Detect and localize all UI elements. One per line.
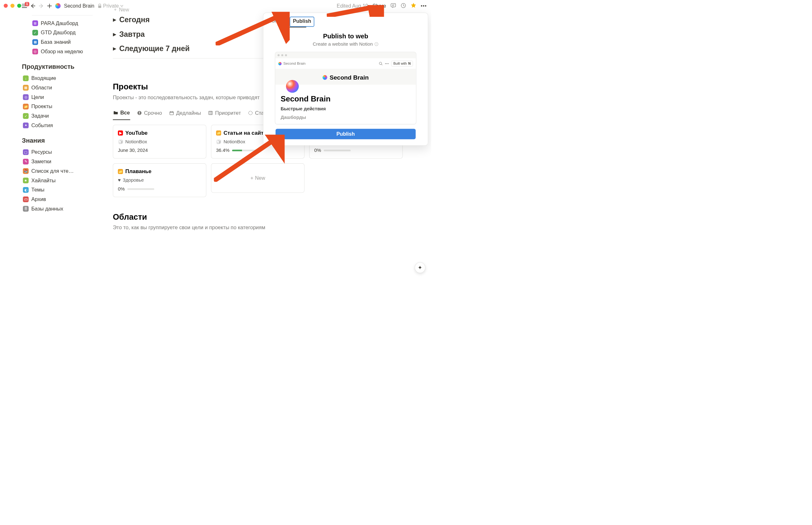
tab-icon [113, 110, 118, 115]
sidebar-item-icon: ◐ [23, 187, 29, 193]
view-tab[interactable]: Дедлайны [169, 108, 202, 120]
popover-subtitle: Create a website with Notion ? [313, 42, 379, 47]
svg-rect-0 [98, 6, 102, 8]
sidebar-item[interactable]: ★ Хайлайты [22, 176, 94, 185]
sidebar-item-icon: ▢ [23, 149, 29, 155]
sidebar-item-label: Входящие [31, 75, 56, 81]
new-label: New [119, 7, 129, 12]
sidebar-item-icon: ✓ [23, 113, 29, 119]
sidebar-item-label: События [31, 122, 53, 129]
view-tab[interactable]: Срочно [137, 108, 162, 120]
tab-label: Дедлайны [176, 110, 201, 116]
new-tab-button[interactable] [47, 3, 52, 8]
view-tab[interactable]: Все [113, 107, 130, 120]
sidebar-item-icon: ✦ [23, 123, 29, 129]
sidebar-item[interactable]: ◎ Цели [22, 93, 94, 102]
sidebar-heading-knowledge: Знания [22, 137, 94, 144]
search-icon [379, 62, 383, 65]
project-card[interactable]: 📁 Плаванье ♥Здоровье 0% [113, 163, 206, 197]
publish-preview: Second Brain Built withN Second Brain Se… [275, 52, 416, 124]
svg-point-16 [386, 63, 387, 64]
sidebar-item-icon: ◎ [32, 48, 38, 54]
sidebar-item[interactable]: ◐ Темы [22, 185, 94, 195]
sidebar-item[interactable]: 📁 Проекты [22, 102, 94, 111]
notification-badge: 1 [25, 2, 29, 6]
sidebar-item-label: Проекты [31, 104, 52, 110]
card-title: YouTube [125, 130, 147, 136]
sidebar-item[interactable]: ✓ Задачи [22, 111, 94, 121]
project-card[interactable]: ▶ YouTube 🧊NotionBox June 30, 2024 [113, 124, 206, 159]
card-progress-pct: 0% [314, 148, 321, 153]
sidebar-item[interactable]: ▦ Области [22, 83, 94, 93]
sidebar-item-icon: ✎ [23, 159, 29, 165]
tab-label: Все [120, 110, 130, 116]
card-area: NotionBox [125, 139, 147, 145]
sidebar-toggle-button[interactable]: 1 [22, 4, 27, 8]
sidebar-item-label: Заметки [31, 159, 51, 165]
card-area: Здоровье [123, 178, 144, 183]
back-button[interactable] [30, 3, 35, 9]
svg-text:?: ? [376, 43, 378, 46]
sidebar-item[interactable]: ▦ База знаний [31, 38, 94, 47]
new-item-ghost[interactable]: + New [113, 7, 431, 12]
card-icon: 📁 [118, 169, 123, 174]
sidebar-item-label: База знаний [41, 39, 71, 45]
sidebar-item[interactable]: 📚 Список для чте… [22, 166, 94, 176]
sidebar-item-label: Цели [31, 94, 44, 100]
card-area: NotionBox [224, 139, 246, 145]
sidebar-item[interactable]: ▢ Ресурсы [22, 147, 94, 157]
ai-fab-button[interactable]: ✦ [415, 262, 425, 273]
svg-point-11 [249, 111, 252, 115]
sidebar-item-label: Задачи [31, 113, 49, 119]
sidebar-item-icon: ▦ [32, 39, 38, 45]
forward-button[interactable] [39, 3, 44, 9]
publish-button[interactable]: Publish [276, 129, 416, 139]
share-popover: Share Publish Publish to web Create a we… [263, 13, 428, 146]
sidebar-item-label: Ресурсы [31, 149, 52, 155]
breadcrumb[interactable]: Second Brain [64, 3, 94, 9]
sidebar-item[interactable]: ◎ Обзор на неделю [31, 47, 94, 57]
popover-tab-publish[interactable]: Publish [290, 17, 314, 27]
view-tab[interactable]: Приоритет [208, 108, 241, 120]
card-icon: 📁 [216, 130, 221, 135]
toggle-triangle-icon: ▶ [113, 32, 116, 37]
sidebar-item-icon: 🗄 [23, 206, 29, 211]
toggle-label: Сегодня [119, 16, 150, 24]
card-date: June 30, 2024 [118, 148, 202, 153]
card-progress-bar [128, 188, 154, 190]
sidebar-item-label: Темы [31, 187, 44, 193]
card-progress-bar [232, 150, 259, 151]
sidebar-item-label: Обзор на неделю [41, 48, 83, 55]
sidebar-item[interactable]: 🗃 Архив [22, 195, 94, 204]
sidebar-item-label: PARA Дашборд [41, 20, 78, 26]
sidebar-item[interactable]: ✓ GTD Дашборд [31, 28, 94, 38]
sidebar-item[interactable]: ⊞ PARA Дашборд [31, 18, 94, 28]
sidebar-item-label: Список для чте… [31, 168, 74, 174]
tab-label: Приоритет [215, 110, 241, 116]
sidebar-item-icon: ★ [23, 178, 29, 183]
card-progress-pct: 36.4% [216, 148, 229, 153]
tab-icon [137, 110, 142, 116]
sidebar-item-icon: ✓ [32, 30, 38, 35]
sidebar-item-label: Области [31, 85, 52, 91]
help-icon[interactable]: ? [374, 42, 379, 46]
card-progress-pct: 0% [118, 186, 125, 192]
sidebar-item-icon: ⊞ [32, 20, 38, 26]
sidebar-item-label: Архив [31, 196, 46, 202]
sidebar-item-icon: ◎ [23, 94, 29, 100]
popover-heading: Publish to web [270, 32, 422, 40]
preview-page-h1: Second Brain [281, 94, 411, 103]
sidebar-heading-productivity: Продуктивность [22, 63, 94, 70]
sidebar-item[interactable]: 🗄 Базы данных [22, 204, 94, 214]
sidebar-item[interactable]: ✎ Заметки [22, 157, 94, 166]
tab-icon [169, 110, 174, 116]
sidebar-item[interactable]: ↓ Входящие [22, 74, 94, 83]
new-project-card[interactable]: +New [211, 163, 305, 193]
sidebar-item-icon: 📚 [23, 168, 29, 174]
card-title: Статьи на сайт [224, 130, 264, 136]
preview-crumb: Second Brain [283, 61, 306, 66]
sidebar-item-icon: ↓ [23, 75, 29, 81]
popover-tab-share[interactable]: Share [268, 17, 288, 27]
sidebar-item[interactable]: ✦ События [22, 121, 94, 130]
sidebar-item-label: GTD Дашборд [41, 29, 76, 35]
